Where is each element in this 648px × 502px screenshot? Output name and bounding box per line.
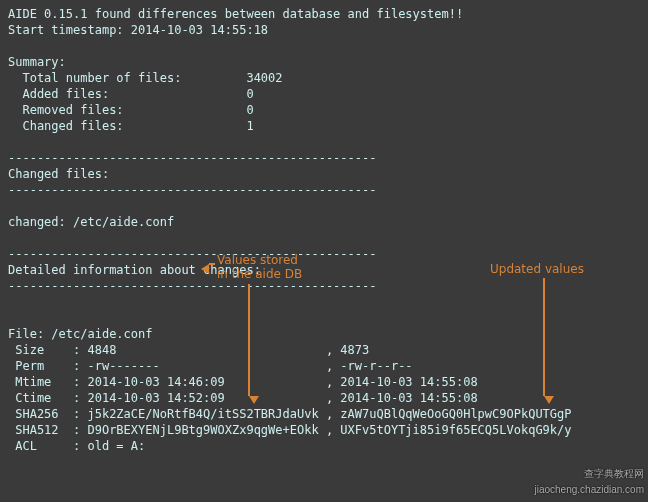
annotation-updated-values: Updated values xyxy=(490,262,584,276)
separator: ----------------------------------------… xyxy=(8,247,376,261)
changed-line: changed: /etc/aide.conf xyxy=(8,215,174,229)
summary-title: Summary: xyxy=(8,55,66,69)
terminal-output: AIDE 0.15.1 found differences between da… xyxy=(0,0,648,460)
separator: ----------------------------------------… xyxy=(8,183,376,197)
header-line1: AIDE 0.15.1 found differences between da… xyxy=(8,7,463,21)
header-line2: Start timestamp: 2014-10-03 14:55:18 xyxy=(8,23,268,37)
file-header: File: /etc/aide.conf xyxy=(8,327,153,341)
separator: ----------------------------------------… xyxy=(8,279,376,293)
annotation-stored-values: Values stored in the aide DB xyxy=(217,253,302,281)
watermark: 查字典教程网 jiaocheng.chazidian.com xyxy=(534,466,644,498)
separator: ----------------------------------------… xyxy=(8,151,376,165)
changed-files-title: Changed files: xyxy=(8,167,109,181)
